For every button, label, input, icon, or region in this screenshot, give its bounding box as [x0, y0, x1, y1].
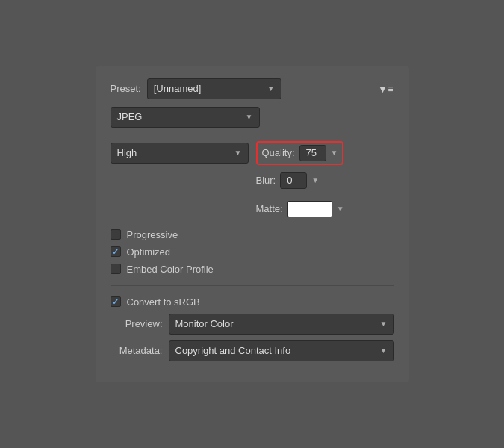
menu-icon[interactable]: ▼≡ [377, 83, 393, 95]
optimized-checkbox[interactable] [111, 246, 121, 257]
progressive-checkbox[interactable] [111, 229, 121, 240]
preset-left: Preset: [Unnamed] ▼ [111, 78, 281, 99]
embed-checkbox[interactable] [111, 264, 121, 274]
quality-preset-dropdown[interactable]: High ▼ [111, 143, 249, 164]
preview-dropdown[interactable]: Monitor Color ▼ [169, 314, 394, 335]
quality-highlighted-group: Quality: 75 ▼ [256, 141, 344, 165]
progressive-label: Progressive [127, 229, 178, 240]
preset-row: Preset: [Unnamed] ▼ ▼≡ [111, 78, 394, 99]
format-value: JPEG [117, 111, 143, 122]
format-row: JPEG ▼ [111, 107, 394, 135]
progressive-row: Progressive [111, 229, 394, 240]
matte-swatch[interactable] [287, 201, 332, 217]
blur-label: Blur: [256, 175, 276, 186]
metadata-value: Copyright and Contact Info [175, 345, 291, 356]
matte-chevron-icon: ▼ [337, 205, 344, 213]
format-chevron-icon: ▼ [246, 113, 253, 121]
metadata-label: Metadata: [111, 345, 163, 356]
blur-value: 0 [287, 175, 292, 186]
quality-value-box[interactable]: 75 [299, 145, 326, 161]
convert-row: Convert to sRGB [111, 296, 394, 308]
blur-row: Blur: 0 ▼ [256, 172, 394, 189]
matte-row: Matte: ▼ [256, 201, 394, 217]
convert-checkbox[interactable] [111, 296, 121, 307]
preview-label: Preview: [111, 318, 163, 329]
preset-chevron-icon: ▼ [267, 84, 275, 93]
quality-label: Quality: [262, 147, 295, 158]
quality-preset-chevron-icon: ▼ [234, 149, 242, 157]
metadata-chevron-icon: ▼ [380, 346, 388, 355]
metadata-row: Metadata: Copyright and Contact Info ▼ [111, 340, 394, 361]
embed-row: Embed Color Profile [111, 264, 394, 275]
embed-label: Embed Color Profile [127, 264, 214, 275]
quality-preset-value: High [117, 147, 137, 158]
preview-chevron-icon: ▼ [380, 320, 388, 328]
preview-row: Preview: Monitor Color ▼ [111, 314, 394, 335]
optimized-label: Optimized [127, 246, 171, 258]
blur-value-box[interactable]: 0 [280, 172, 307, 189]
metadata-dropdown[interactable]: Copyright and Contact Info ▼ [169, 340, 394, 361]
preview-value: Monitor Color [175, 318, 234, 329]
export-panel: Preset: [Unnamed] ▼ ▼≡ JPEG ▼ High ▼ Qua… [96, 66, 409, 382]
format-dropdown[interactable]: JPEG ▼ [111, 107, 260, 128]
preset-dropdown[interactable]: [Unnamed] ▼ [147, 78, 281, 99]
convert-label: Convert to sRGB [127, 296, 200, 308]
divider [111, 285, 394, 286]
blur-chevron-icon: ▼ [311, 176, 319, 184]
quality-value: 75 [306, 147, 317, 158]
optimized-row: Optimized [111, 246, 394, 258]
quality-chevron-icon: ▼ [331, 149, 338, 157]
preset-value: [Unnamed] [154, 83, 202, 94]
preset-label: Preset: [111, 83, 141, 94]
high-quality-row: High ▼ Quality: 75 ▼ [111, 141, 394, 165]
matte-label: Matte: [256, 203, 283, 214]
